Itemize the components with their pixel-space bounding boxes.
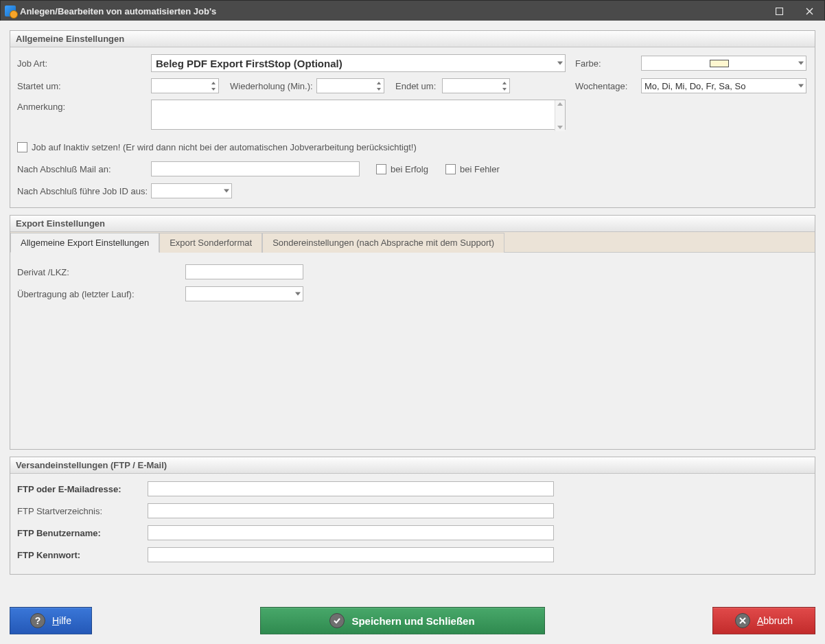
wochentage-label: Wochentage:	[575, 81, 641, 91]
color-swatch	[710, 60, 729, 67]
anmerkung-label: Anmerkung:	[17, 100, 151, 112]
ftp-pass-input[interactable]	[148, 547, 554, 562]
job-art-dropdown[interactable]: Beleg PDF Export FirstStop (Optional)	[151, 54, 566, 72]
help-button-label: Hilfe	[52, 615, 71, 626]
bei-erfolg-label: bei Erfolg	[391, 164, 432, 174]
chevron-down-icon	[295, 292, 301, 296]
wiederholung-label: Wiederholung (Min.):	[230, 81, 316, 91]
section-versand: Versandeinstellungen (FTP / E-Mail) FTP …	[10, 457, 815, 575]
tab-export-sonderformat[interactable]: Export Sonderformat	[159, 233, 262, 253]
section-general-header: Allgemeine Einstellungen	[10, 31, 815, 47]
job-art-label: Job Art:	[17, 58, 151, 69]
ftp-startdir-label: FTP Startverzeichnis:	[17, 506, 148, 516]
title-bar: Anlegen/Bearbeiten von automatisierten J…	[1, 1, 824, 21]
bei-fehler-label: bei Fehler	[460, 164, 500, 174]
section-export-header: Export Einstellungen	[10, 216, 815, 232]
cancel-button-label: Abbruch	[757, 615, 793, 626]
jobid-dropdown[interactable]	[151, 183, 232, 198]
section-general: Allgemeine Einstellungen Job Art: Beleg …	[10, 30, 815, 208]
tab-panel-allgemeine-export: Derivat /LKZ: Übertragung ab (letzter La…	[10, 253, 815, 449]
close-icon	[806, 8, 813, 15]
ftp-user-input[interactable]	[148, 525, 554, 540]
chevron-down-icon	[224, 189, 229, 193]
wochentage-value: Mo, Di, Mi, Do, Fr, Sa, So	[644, 81, 745, 91]
jobid-label: Nach Abschluß führe Job ID aus:	[17, 186, 151, 196]
bei-fehler-checkbox[interactable]	[445, 164, 456, 174]
startet-um-input[interactable]	[151, 78, 219, 93]
wiederholung-input[interactable]	[316, 78, 384, 93]
check-icon	[329, 613, 345, 628]
inaktiv-checkbox[interactable]	[17, 142, 27, 152]
inaktiv-label: Job auf Inaktiv setzen! (Er wird dann ni…	[32, 142, 417, 152]
derivat-input[interactable]	[185, 264, 303, 279]
window-title: Anlegen/Bearbeiten von automatisierten J…	[20, 6, 764, 16]
section-export: Export Einstellungen Allgemeine Export E…	[10, 215, 815, 450]
tab-sondereinstellungen[interactable]: Sondereinstellungen (nach Absprache mit …	[262, 233, 504, 253]
ftp-user-label: FTP Benutzername:	[17, 528, 148, 538]
uebertragung-dropdown[interactable]	[185, 286, 303, 301]
cancel-icon	[735, 613, 750, 628]
farbe-dropdown[interactable]	[641, 56, 806, 71]
wochentage-dropdown[interactable]: Mo, Di, Mi, Do, Fr, Sa, So	[641, 78, 806, 93]
mail-input[interactable]	[151, 161, 360, 176]
startet-um-label: Startet um:	[17, 81, 151, 91]
chevron-down-icon	[557, 62, 563, 65]
section-versand-header: Versandeinstellungen (FTP / E-Mail)	[10, 457, 815, 474]
ftp-startdir-input[interactable]	[148, 503, 554, 518]
job-art-value: Beleg PDF Export FirstStop (Optional)	[156, 58, 342, 69]
chevron-down-icon	[798, 62, 804, 65]
bei-erfolg-checkbox[interactable]	[376, 164, 386, 174]
spinner-arrows	[209, 80, 218, 92]
anmerkung-textarea[interactable]	[151, 100, 566, 130]
derivat-label: Derivat /LKZ:	[17, 267, 185, 277]
ftp-mail-input[interactable]	[148, 481, 554, 496]
close-button[interactable]	[794, 1, 824, 21]
ftp-mail-label: FTP oder E-Mailadresse:	[17, 484, 148, 494]
maximize-button[interactable]	[764, 1, 794, 21]
button-bar: ? Hilfe Speichern und Schließen Abbruch	[10, 607, 815, 634]
uebertragung-label: Übertragung ab (letzter Lauf):	[17, 289, 185, 299]
help-button[interactable]: ? Hilfe	[10, 607, 92, 634]
chevron-down-icon	[798, 84, 804, 88]
spinner-arrows	[500, 80, 509, 92]
spinner-arrows	[374, 80, 383, 92]
help-icon: ?	[30, 613, 45, 628]
maximize-icon	[776, 8, 783, 15]
endet-um-label: Endet um:	[395, 81, 442, 91]
cancel-button[interactable]: Abbruch	[712, 607, 815, 634]
tab-allgemeine-export[interactable]: Allgemeine Export Einstellungen	[10, 233, 159, 253]
ftp-pass-label: FTP Kennwort:	[17, 550, 148, 560]
endet-um-input[interactable]	[442, 78, 510, 93]
farbe-label: Farbe:	[575, 58, 641, 69]
app-icon	[5, 5, 16, 16]
svg-rect-0	[776, 8, 782, 14]
export-tabs: Allgemeine Export Einstellungen Export S…	[10, 232, 815, 253]
save-close-button[interactable]: Speichern und Schließen	[260, 607, 545, 634]
save-close-button-label: Speichern und Schließen	[351, 615, 474, 627]
mail-label: Nach Abschluß Mail an:	[17, 164, 151, 174]
